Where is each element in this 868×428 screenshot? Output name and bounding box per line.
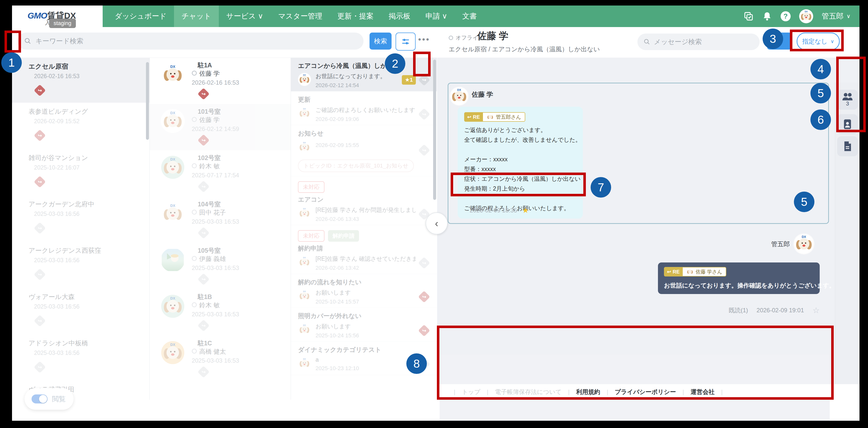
topic-item[interactable]: 更新 DX ご確認の程よろしくお願いいたします。 2026-02-09 19:0… bbox=[291, 91, 437, 125]
keyword-search-input[interactable]: キーワード検索 bbox=[18, 33, 364, 50]
nav-item-0[interactable]: ダッシュボード bbox=[107, 5, 174, 27]
property-name: アークレジデンス西荻窪 bbox=[29, 246, 150, 255]
forward-diamond-icon[interactable]: ↪ bbox=[418, 257, 430, 269]
forward-diamond-icon[interactable]: ↪ bbox=[34, 84, 46, 96]
offline-dot-icon bbox=[448, 36, 453, 40]
tenant-name: 伊藤 義雄 bbox=[192, 255, 239, 263]
topic-item[interactable]: 照明カバーが外れない DX お願いします 2025-10-24 15:56 ↪ bbox=[291, 308, 437, 342]
room-item[interactable]: 105号室 伊藤 義雄 2025-03-03 16:53 ↪ bbox=[150, 243, 291, 289]
nav-item-7[interactable]: 文書 bbox=[455, 5, 484, 27]
property-item[interactable]: 雑司が谷マンション 2025-10-22 16:07 ↪ bbox=[12, 149, 150, 195]
forward-diamond-icon[interactable]: ↪ bbox=[34, 269, 46, 280]
property-item[interactable]: ヴォアール大森 2025-03-03 16:56 ↪ bbox=[12, 288, 150, 334]
search-icon bbox=[644, 38, 650, 45]
user-avatar[interactable]: DX bbox=[799, 9, 813, 23]
annotation-circle: 4 bbox=[810, 59, 831, 80]
tenant-name: 高橋 健太 bbox=[192, 347, 239, 356]
room-item[interactable]: DX 102号室 鈴木 敏 2025-07-17 17:54 ↪ bbox=[150, 150, 291, 196]
svg-text:DX: DX bbox=[170, 65, 175, 69]
forward-diamond-icon[interactable]: ↪ bbox=[197, 273, 210, 285]
property-name: 表参道ビルディング bbox=[29, 107, 150, 116]
filter-button[interactable] bbox=[396, 33, 415, 51]
forward-diamond-icon[interactable]: ↪ bbox=[34, 176, 46, 188]
forward-diamond-icon[interactable]: ↪ bbox=[418, 291, 430, 303]
topic-item[interactable]: 未対応解約申請 解約申請 DX [RE]佐藤 学さん 確認させていただきますの…… bbox=[291, 225, 437, 274]
more-options-button[interactable]: ••• bbox=[418, 35, 430, 44]
collapse-panel-button[interactable]: ‹ bbox=[426, 212, 447, 235]
property-item[interactable]: アークレジデンス西荻窪 2025-03-03 16:56 ↪ bbox=[12, 242, 150, 288]
topic-title: ダイナミックカテゴリテスト bbox=[298, 346, 437, 354]
app-logo[interactable]: GMO賃貸DX 入居者アプリ staging bbox=[12, 5, 103, 27]
forward-diamond-icon[interactable]: ↪ bbox=[34, 315, 46, 327]
svg-text:DX: DX bbox=[457, 88, 461, 91]
annotation-box bbox=[413, 52, 431, 77]
forward-diamond-icon[interactable]: ↪ bbox=[197, 366, 210, 378]
tasks-icon[interactable] bbox=[744, 11, 753, 21]
topic-item[interactable]: 解約の流れを知りたい DX お願いします 2025-10-24 15:57 ↪ bbox=[291, 274, 437, 308]
property-date: 2025-10-22 16:07 bbox=[34, 164, 150, 171]
room-item[interactable]: DX 104号室 田中 花子 2025-03-03 16:53 ↪ bbox=[150, 196, 291, 243]
forward-diamond-icon[interactable]: ↪ bbox=[197, 88, 210, 100]
incoming-timestamp: 2026-02-09 18:35 bbox=[470, 207, 517, 214]
topic-avatar: DX bbox=[298, 323, 311, 336]
incoming-message-meta: 2026-02-09 18:35 ★ bbox=[470, 206, 529, 215]
message-search-input[interactable]: メッセージ検索 bbox=[638, 34, 760, 50]
frame-bottom bbox=[0, 421, 868, 428]
property-item[interactable]: アドラシオン中板橋 2025-03-03 16:56 ↪ bbox=[12, 334, 150, 381]
frame-top bbox=[0, 0, 868, 5]
forward-diamond-icon[interactable]: ↪ bbox=[34, 361, 46, 373]
nav-item-2[interactable]: サービス ∨ bbox=[219, 5, 271, 27]
nav-right-cluster: ? DX 管五郎∨ bbox=[744, 5, 860, 27]
sliders-icon bbox=[401, 36, 411, 47]
svg-text:DX: DX bbox=[802, 235, 806, 239]
topic-item[interactable]: お知らせ DX 2026-02-09 15:55 ↪ トピックID：エクセル原宿… bbox=[291, 125, 437, 176]
topic-date: 2026-02-06 13:42 bbox=[315, 265, 415, 271]
topic-date: 2025-10-24 15:56 bbox=[315, 332, 359, 339]
forward-diamond-icon[interactable]: ↪ bbox=[34, 129, 46, 142]
svg-text:DX: DX bbox=[303, 74, 306, 76]
property-item[interactable]: アークガーデン北府中 2025-03-03 16:56 ↪ bbox=[12, 195, 150, 242]
star-icon-filled[interactable]: ★ bbox=[522, 206, 529, 215]
forward-diamond-icon[interactable]: ↪ bbox=[197, 181, 210, 192]
room-item[interactable]: DX 駐1B 鈴木 敏 2025-03-03 16:53 ↪ bbox=[150, 289, 291, 336]
forward-diamond-icon[interactable]: ↪ bbox=[34, 222, 46, 234]
search-icon bbox=[24, 37, 32, 45]
room-item[interactable]: DX 101号室 佐藤 学 2026-02-12 14:59 ↪ bbox=[150, 104, 291, 150]
room-item[interactable]: DX 駐1C 高橋 健太 2025-03-03 16:53 ↪ bbox=[150, 336, 291, 382]
property-item[interactable]: エクセル原宿 2026-02-16 16:53 ↪ bbox=[12, 58, 150, 103]
topic-scrollbar[interactable] bbox=[433, 60, 436, 200]
nav-item-4[interactable]: 更新・提案 bbox=[330, 5, 381, 27]
room-item[interactable]: DX 駐1A 佐藤 学 2026-02-16 16:53 ↪ bbox=[150, 58, 291, 104]
forward-diamond-icon[interactable]: ↪ bbox=[418, 108, 430, 120]
forward-diamond-icon[interactable]: ↪ bbox=[197, 319, 210, 332]
topic-id-pill: トピックID：エクセル原宿_101_お知らせ bbox=[298, 159, 414, 172]
help-icon[interactable]: ? bbox=[781, 11, 790, 21]
topic-title: お知らせ bbox=[298, 129, 437, 137]
forward-diamond-icon[interactable]: ↪ bbox=[418, 144, 430, 156]
property-item[interactable]: 表参道ビルディング 2026-02-09 15:52 ↪ bbox=[12, 103, 150, 149]
star-icon-outline[interactable]: ☆ bbox=[812, 306, 820, 315]
room-number: 104号室 bbox=[198, 200, 239, 208]
topic-title: 解約の流れを知りたい bbox=[298, 278, 437, 286]
outgoing-message-bubble[interactable]: ↩ RE 佐藤 学さん お世話になっております。操作確認をありがとうございます。 bbox=[658, 263, 820, 294]
keyword-search-placeholder: キーワード検索 bbox=[36, 36, 83, 45]
svg-text:DX: DX bbox=[303, 208, 306, 210]
forward-diamond-icon[interactable]: ↪ bbox=[197, 134, 210, 146]
forward-diamond-icon[interactable]: ↪ bbox=[418, 325, 430, 337]
property-scrollbar[interactable] bbox=[146, 62, 149, 140]
nav-item-6[interactable]: 申請 ∨ bbox=[418, 5, 455, 27]
offline-dot-icon bbox=[192, 117, 197, 122]
user-menu[interactable]: 管五郎∨ bbox=[822, 11, 850, 21]
documents-button[interactable] bbox=[837, 136, 858, 156]
view-toggle-switch[interactable] bbox=[32, 394, 48, 403]
nav-item-5[interactable]: 掲示板 bbox=[381, 5, 418, 27]
offline-dot-icon bbox=[192, 71, 197, 75]
nav-item-3[interactable]: マスター管理 bbox=[271, 5, 330, 27]
nav-item-1[interactable]: チャット bbox=[174, 5, 219, 27]
search-button[interactable]: 検索 bbox=[370, 33, 392, 50]
topic-item[interactable]: 未対応 エアコン DX [RE]佐藤 学さん 何か問題が発生しましたか… 202… bbox=[291, 176, 437, 225]
notifications-bell-icon[interactable] bbox=[762, 11, 772, 21]
incoming-message-bubble[interactable]: ↩ RE 管五郎さん ご返信ありがとうございます。全て確認しましたが、改善しませ… bbox=[458, 107, 583, 219]
property-name: 雑司が谷マンション bbox=[29, 154, 150, 162]
forward-diamond-icon[interactable]: ↪ bbox=[197, 227, 210, 239]
